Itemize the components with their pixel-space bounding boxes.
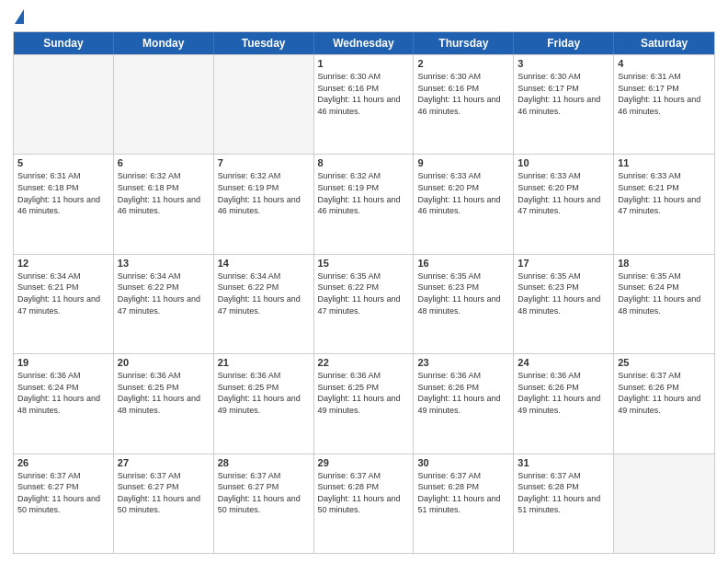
cell-day-number: 23 bbox=[417, 357, 509, 368]
cell-day-13: 13Sunrise: 6:34 AM Sunset: 6:22 PM Dayli… bbox=[114, 255, 214, 353]
cell-day-7: 7Sunrise: 6:32 AM Sunset: 6:19 PM Daylig… bbox=[214, 155, 314, 253]
logo-triangle-icon bbox=[15, 9, 24, 24]
cell-day-5: 5Sunrise: 6:31 AM Sunset: 6:18 PM Daylig… bbox=[14, 155, 114, 253]
cell-info: Sunrise: 6:32 AM Sunset: 6:18 PM Dayligh… bbox=[118, 170, 210, 216]
cell-day-number: 22 bbox=[318, 357, 410, 368]
cell-info: Sunrise: 6:35 AM Sunset: 6:22 PM Dayligh… bbox=[318, 270, 410, 316]
cell-info: Sunrise: 6:30 AM Sunset: 6:17 PM Dayligh… bbox=[518, 71, 609, 117]
cell-day-14: 14Sunrise: 6:34 AM Sunset: 6:22 PM Dayli… bbox=[214, 255, 314, 353]
cell-info: Sunrise: 6:34 AM Sunset: 6:21 PM Dayligh… bbox=[17, 270, 109, 316]
cell-day-number: 26 bbox=[17, 457, 109, 468]
cell-day-31: 31Sunrise: 6:37 AM Sunset: 6:28 PM Dayli… bbox=[514, 454, 614, 553]
cell-info: Sunrise: 6:35 AM Sunset: 6:23 PM Dayligh… bbox=[417, 270, 509, 316]
cell-day-16: 16Sunrise: 6:35 AM Sunset: 6:23 PM Dayli… bbox=[414, 255, 514, 353]
cell-day-number: 19 bbox=[17, 357, 109, 368]
cell-day-number: 28 bbox=[218, 457, 310, 468]
day-header-monday: Monday bbox=[114, 32, 214, 54]
logo bbox=[13, 9, 24, 26]
cell-info: Sunrise: 6:37 AM Sunset: 6:27 PM Dayligh… bbox=[17, 470, 109, 516]
cell-day-number: 13 bbox=[118, 258, 210, 269]
cell-empty bbox=[614, 454, 714, 553]
cell-info: Sunrise: 6:33 AM Sunset: 6:20 PM Dayligh… bbox=[518, 170, 609, 216]
logo-text bbox=[13, 9, 24, 26]
cell-day-30: 30Sunrise: 6:37 AM Sunset: 6:28 PM Dayli… bbox=[414, 454, 514, 553]
week-row-4: 26Sunrise: 6:37 AM Sunset: 6:27 PM Dayli… bbox=[14, 454, 714, 553]
cell-day-8: 8Sunrise: 6:32 AM Sunset: 6:19 PM Daylig… bbox=[314, 155, 415, 253]
calendar: SundayMondayTuesdayWednesdayThursdayFrid… bbox=[13, 31, 715, 554]
cell-day-21: 21Sunrise: 6:36 AM Sunset: 6:25 PM Dayli… bbox=[214, 354, 314, 453]
cell-day-3: 3Sunrise: 6:30 AM Sunset: 6:17 PM Daylig… bbox=[514, 55, 614, 154]
cell-info: Sunrise: 6:37 AM Sunset: 6:28 PM Dayligh… bbox=[518, 470, 609, 516]
cell-info: Sunrise: 6:36 AM Sunset: 6:26 PM Dayligh… bbox=[417, 370, 509, 416]
day-header-thursday: Thursday bbox=[414, 32, 514, 54]
cell-info: Sunrise: 6:32 AM Sunset: 6:19 PM Dayligh… bbox=[218, 170, 310, 216]
cell-info: Sunrise: 6:30 AM Sunset: 6:16 PM Dayligh… bbox=[318, 71, 410, 117]
cell-day-19: 19Sunrise: 6:36 AM Sunset: 6:24 PM Dayli… bbox=[14, 354, 114, 453]
header bbox=[13, 9, 715, 26]
cell-day-20: 20Sunrise: 6:36 AM Sunset: 6:25 PM Dayli… bbox=[114, 354, 214, 453]
cell-day-17: 17Sunrise: 6:35 AM Sunset: 6:23 PM Dayli… bbox=[514, 255, 614, 353]
cell-info: Sunrise: 6:37 AM Sunset: 6:28 PM Dayligh… bbox=[417, 470, 509, 516]
cell-info: Sunrise: 6:33 AM Sunset: 6:20 PM Dayligh… bbox=[417, 170, 509, 216]
cell-day-15: 15Sunrise: 6:35 AM Sunset: 6:22 PM Dayli… bbox=[314, 255, 415, 353]
cell-info: Sunrise: 6:35 AM Sunset: 6:23 PM Dayligh… bbox=[518, 270, 609, 316]
cell-day-number: 1 bbox=[318, 58, 410, 69]
day-header-saturday: Saturday bbox=[614, 32, 714, 54]
cell-day-number: 27 bbox=[118, 457, 210, 468]
cell-day-number: 31 bbox=[518, 457, 609, 468]
cell-info: Sunrise: 6:37 AM Sunset: 6:28 PM Dayligh… bbox=[318, 470, 410, 516]
cell-day-29: 29Sunrise: 6:37 AM Sunset: 6:28 PM Dayli… bbox=[314, 454, 415, 553]
cell-info: Sunrise: 6:32 AM Sunset: 6:19 PM Dayligh… bbox=[318, 170, 410, 216]
cell-day-number: 4 bbox=[618, 58, 711, 69]
cell-day-24: 24Sunrise: 6:36 AM Sunset: 6:26 PM Dayli… bbox=[514, 354, 614, 453]
week-row-0: 1Sunrise: 6:30 AM Sunset: 6:16 PM Daylig… bbox=[14, 54, 714, 154]
day-header-wednesday: Wednesday bbox=[314, 32, 415, 54]
cell-day-number: 25 bbox=[618, 357, 711, 368]
cell-info: Sunrise: 6:37 AM Sunset: 6:27 PM Dayligh… bbox=[218, 470, 310, 516]
cell-day-18: 18Sunrise: 6:35 AM Sunset: 6:24 PM Dayli… bbox=[614, 255, 714, 353]
week-row-2: 12Sunrise: 6:34 AM Sunset: 6:21 PM Dayli… bbox=[14, 254, 714, 353]
cell-day-number: 5 bbox=[17, 157, 109, 168]
cell-day-12: 12Sunrise: 6:34 AM Sunset: 6:21 PM Dayli… bbox=[14, 255, 114, 353]
cell-empty bbox=[14, 55, 114, 154]
cell-info: Sunrise: 6:35 AM Sunset: 6:24 PM Dayligh… bbox=[618, 270, 711, 316]
cell-day-number: 16 bbox=[417, 258, 509, 269]
cell-day-number: 10 bbox=[518, 157, 609, 168]
cell-info: Sunrise: 6:34 AM Sunset: 6:22 PM Dayligh… bbox=[218, 270, 310, 316]
cell-info: Sunrise: 6:36 AM Sunset: 6:25 PM Dayligh… bbox=[218, 370, 310, 416]
cell-day-number: 24 bbox=[518, 357, 609, 368]
cell-day-26: 26Sunrise: 6:37 AM Sunset: 6:27 PM Dayli… bbox=[14, 454, 114, 553]
cell-day-11: 11Sunrise: 6:33 AM Sunset: 6:21 PM Dayli… bbox=[614, 155, 714, 253]
cell-day-number: 12 bbox=[17, 258, 109, 269]
cell-day-23: 23Sunrise: 6:36 AM Sunset: 6:26 PM Dayli… bbox=[414, 354, 514, 453]
day-header-sunday: Sunday bbox=[14, 32, 114, 54]
day-header-friday: Friday bbox=[514, 32, 614, 54]
cell-day-25: 25Sunrise: 6:37 AM Sunset: 6:26 PM Dayli… bbox=[614, 354, 714, 453]
cell-day-number: 20 bbox=[118, 357, 210, 368]
cell-info: Sunrise: 6:37 AM Sunset: 6:27 PM Dayligh… bbox=[118, 470, 210, 516]
page: SundayMondayTuesdayWednesdayThursdayFrid… bbox=[0, 0, 728, 563]
cell-day-number: 30 bbox=[417, 457, 509, 468]
cell-empty bbox=[114, 55, 214, 154]
cell-day-number: 7 bbox=[218, 157, 310, 168]
cell-day-number: 2 bbox=[417, 58, 509, 69]
cell-day-number: 14 bbox=[218, 258, 310, 269]
cell-day-number: 9 bbox=[417, 157, 509, 168]
cell-day-6: 6Sunrise: 6:32 AM Sunset: 6:18 PM Daylig… bbox=[114, 155, 214, 253]
cell-info: Sunrise: 6:37 AM Sunset: 6:26 PM Dayligh… bbox=[618, 370, 711, 416]
cell-info: Sunrise: 6:36 AM Sunset: 6:25 PM Dayligh… bbox=[318, 370, 410, 416]
cell-day-4: 4Sunrise: 6:31 AM Sunset: 6:17 PM Daylig… bbox=[614, 55, 714, 154]
cell-day-number: 6 bbox=[118, 157, 210, 168]
cell-day-number: 8 bbox=[318, 157, 410, 168]
cell-day-number: 18 bbox=[618, 258, 711, 269]
cell-day-number: 3 bbox=[518, 58, 609, 69]
week-row-3: 19Sunrise: 6:36 AM Sunset: 6:24 PM Dayli… bbox=[14, 353, 714, 453]
cell-day-1: 1Sunrise: 6:30 AM Sunset: 6:16 PM Daylig… bbox=[314, 55, 415, 154]
cell-info: Sunrise: 6:33 AM Sunset: 6:21 PM Dayligh… bbox=[618, 170, 711, 216]
cell-day-number: 29 bbox=[318, 457, 410, 468]
cell-day-9: 9Sunrise: 6:33 AM Sunset: 6:20 PM Daylig… bbox=[414, 155, 514, 253]
week-row-1: 5Sunrise: 6:31 AM Sunset: 6:18 PM Daylig… bbox=[14, 154, 714, 253]
cell-info: Sunrise: 6:36 AM Sunset: 6:25 PM Dayligh… bbox=[118, 370, 210, 416]
cell-day-28: 28Sunrise: 6:37 AM Sunset: 6:27 PM Dayli… bbox=[214, 454, 314, 553]
day-headers: SundayMondayTuesdayWednesdayThursdayFrid… bbox=[14, 32, 714, 54]
